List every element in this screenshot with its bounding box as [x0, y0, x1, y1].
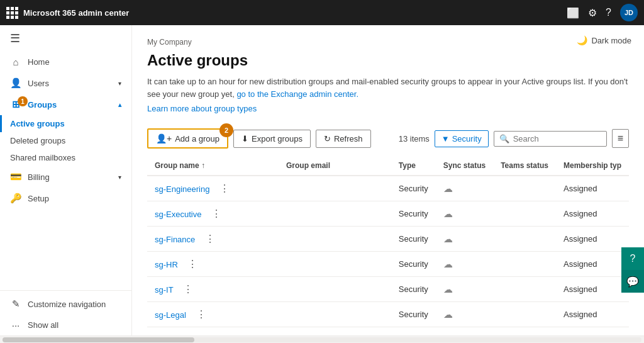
sync-icon: ☁	[443, 284, 453, 295]
col-type[interactable]: Type	[391, 156, 436, 176]
cell-sync: ☁	[436, 327, 493, 336]
sidebar-item-setup[interactable]: 🔑 Setup	[0, 188, 131, 209]
search-box[interactable]: 🔍	[494, 131, 607, 147]
toolbar-menu-button[interactable]: ≡	[612, 129, 629, 148]
refresh-button[interactable]: ↻ Refresh	[316, 130, 371, 148]
cell-membership: Assigned	[556, 252, 629, 277]
cell-group-name[interactable]: sg-Engineering ⋮	[147, 176, 279, 201]
sidebar-item-home-label: Home	[28, 57, 50, 67]
cell-teams	[493, 227, 556, 252]
cell-email	[279, 252, 391, 277]
dark-mode-toggle[interactable]: 🌙 Dark mode	[577, 35, 631, 45]
groups-badge: 1	[18, 96, 28, 106]
sidebar-item-customize-nav[interactable]: ✎ Customize navigation	[0, 293, 131, 315]
group-name-link[interactable]: sg-Engineering	[155, 184, 209, 194]
col-group-email[interactable]: Group email	[279, 156, 391, 176]
grid-icon	[6, 7, 18, 19]
table-row[interactable]: sg-HR ⋮ Security ☁ Assigned	[147, 252, 629, 277]
help-chat-button[interactable]: ?	[621, 247, 644, 270]
row-menu-button[interactable]: ⋮	[185, 259, 200, 269]
show-all-icon: ···	[10, 320, 21, 330]
group-name-link[interactable]: sg-HR	[155, 260, 178, 269]
col-membership-type[interactable]: Membership typ	[556, 156, 629, 176]
main-content: 🌙 Dark mode My Company Active groups It …	[132, 25, 644, 335]
cell-membership: Assigned	[556, 277, 629, 302]
app-layout: ☰ ⌂ Home 👤 Users ▾ ⊞ 1 Groups ▴ Active g…	[0, 25, 644, 335]
cell-group-name[interactable]: sg-HR ⋮	[147, 252, 279, 277]
group-name-link[interactable]: sg-IT	[155, 285, 174, 295]
sync-icon: ☁	[443, 259, 453, 269]
sidebar-item-home[interactable]: ⌂ Home	[0, 52, 131, 72]
sync-icon: ☁	[443, 309, 453, 320]
sidebar-hamburger[interactable]: ☰	[0, 25, 131, 52]
cell-group-name[interactable]: sg-IT ⋮	[147, 277, 279, 302]
cell-membership: Assigned	[556, 201, 629, 227]
info-text: It can take up to an hour for new distri…	[147, 76, 629, 100]
groups-icon: ⊞ 1	[10, 99, 21, 110]
cell-teams	[493, 327, 556, 336]
table-row[interactable]: sg-Finance ⋮ Security ☁ Assigned	[147, 227, 629, 252]
customize-icon: ✎	[10, 298, 21, 310]
chevron-up-icon: ▴	[118, 101, 121, 108]
row-menu-button[interactable]: ⋮	[203, 233, 218, 244]
sidebar-item-groups-label: Groups	[28, 100, 57, 110]
cell-type: Security	[391, 176, 436, 201]
monitor-icon[interactable]: ⬜	[567, 7, 579, 19]
cell-type: Security	[391, 327, 436, 336]
col-sync-status[interactable]: Sync status	[436, 156, 493, 176]
cell-group-name[interactable]: sg-Operations ⋮	[147, 327, 279, 336]
cell-group-name[interactable]: sg-Legal ⋮	[147, 302, 279, 327]
sync-icon: ☁	[443, 208, 453, 219]
col-teams-status[interactable]: Teams status	[493, 156, 556, 176]
feedback-button[interactable]: 💬	[621, 270, 644, 293]
sidebar-item-active-groups[interactable]: Active groups	[0, 115, 131, 132]
sidebar-item-show-all[interactable]: ··· Show all	[0, 315, 131, 335]
billing-icon: 💳	[10, 171, 21, 183]
help-icon[interactable]: ?	[606, 7, 611, 18]
table-row[interactable]: sg-Engineering ⋮ Security ☁ Assigned	[147, 176, 629, 201]
exchange-admin-link[interactable]: go to the Exchange admin center.	[236, 89, 358, 99]
cell-email	[279, 302, 391, 327]
cell-membership: Assigned	[556, 327, 629, 336]
row-menu-button[interactable]: ⋮	[217, 183, 232, 194]
learn-more-link[interactable]: Learn more about group types	[147, 104, 257, 113]
table-row[interactable]: sg-Legal ⋮ Security ☁ Assigned	[147, 302, 629, 327]
sidebar-item-groups[interactable]: ⊞ 1 Groups ▴	[0, 94, 131, 115]
table-row[interactable]: sg-Executive ⋮ Security ☁ Assigned	[147, 201, 629, 227]
sidebar: ☰ ⌂ Home 👤 Users ▾ ⊞ 1 Groups ▴ Active g…	[0, 25, 132, 335]
row-menu-button[interactable]: ⋮	[213, 334, 228, 335]
sync-icon: ☁	[443, 233, 453, 244]
filter-button[interactable]: ▼ Security	[435, 130, 489, 147]
user-avatar[interactable]: JD	[620, 4, 638, 21]
home-icon: ⌂	[10, 57, 21, 67]
page-title: Active groups	[147, 52, 629, 69]
cell-type: Security	[391, 277, 436, 302]
cell-email	[279, 176, 391, 201]
sync-icon: ☁	[443, 183, 453, 194]
col-group-name[interactable]: Group name ↑	[147, 156, 279, 176]
sidebar-item-billing[interactable]: 💳 Billing ▾	[0, 166, 131, 188]
group-name-link[interactable]: sg-Finance	[155, 235, 195, 244]
row-menu-button[interactable]: ⋮	[180, 284, 196, 295]
cell-group-name[interactable]: sg-Executive ⋮	[147, 201, 279, 227]
group-name-link[interactable]: sg-Executive	[155, 210, 201, 219]
export-groups-button[interactable]: ⬇ Export groups	[233, 130, 311, 148]
search-input[interactable]	[513, 134, 601, 143]
chevron-down-icon: ▾	[118, 174, 121, 181]
cell-email	[279, 227, 391, 252]
add-group-button[interactable]: 👤+ Add a group	[147, 128, 228, 149]
cell-group-name[interactable]: sg-Finance ⋮	[147, 227, 279, 252]
settings-icon[interactable]: ⚙	[588, 7, 597, 19]
sidebar-item-users[interactable]: 👤 Users ▾	[0, 72, 131, 94]
row-menu-button[interactable]: ⋮	[194, 309, 209, 320]
topbar-right: ⬜ ⚙ ? JD	[567, 4, 638, 21]
horizontal-scrollbar[interactable]	[0, 335, 644, 343]
group-name-link[interactable]: sg-Legal	[155, 310, 186, 320]
sidebar-item-deleted-groups[interactable]: Deleted groups	[0, 132, 131, 149]
row-menu-button[interactable]: ⋮	[209, 208, 224, 219]
scrollbar-thumb[interactable]	[3, 337, 194, 342]
help-icon: ?	[630, 253, 636, 264]
table-row[interactable]: sg-Operations ⋮ Security ☁ Assigned	[147, 327, 629, 336]
table-row[interactable]: sg-IT ⋮ Security ☁ Assigned	[147, 277, 629, 302]
sidebar-item-shared-mailboxes[interactable]: Shared mailboxes	[0, 149, 131, 166]
